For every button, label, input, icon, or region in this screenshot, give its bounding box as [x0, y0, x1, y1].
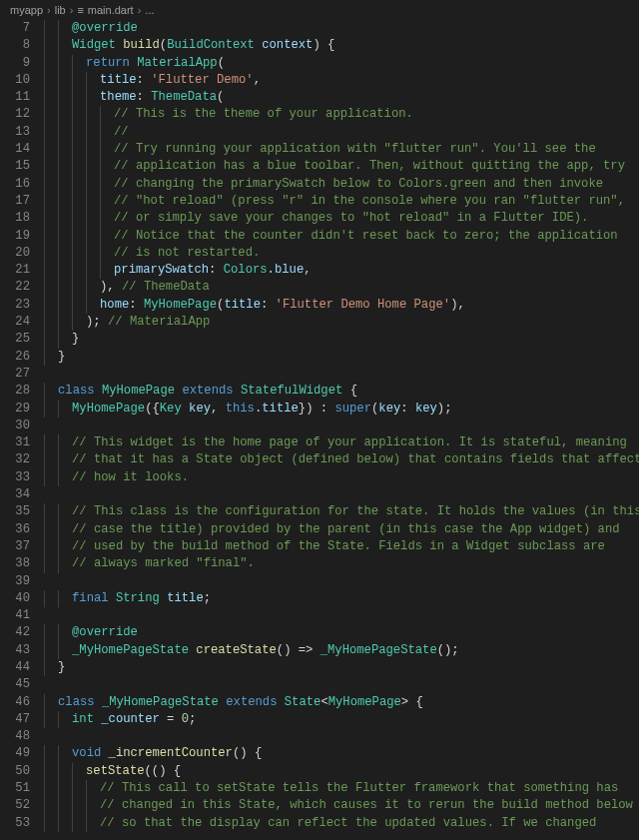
dart-file-icon: ≡: [77, 3, 83, 18]
code-line[interactable]: _MyHomePageState createState() => _MyHom…: [44, 642, 639, 659]
token-comm: // Try running your application with "fl…: [114, 142, 596, 156]
code-line[interactable]: // case the title) provided by the paren…: [44, 521, 639, 538]
token-comm: // This call to setState tells the Flutt…: [100, 781, 618, 795]
token-punct: :: [137, 90, 152, 104]
code-line[interactable]: // Notice that the counter didn't reset …: [44, 228, 639, 245]
code-line[interactable]: class _MyHomePageState extends State<MyH…: [44, 694, 639, 711]
token-type: MaterialApp: [137, 56, 217, 70]
code-line[interactable]: Widget build(BuildContext context) {: [44, 37, 639, 54]
token-punct: );: [86, 315, 108, 329]
code-line[interactable]: home: MyHomePage(title: 'Flutter Demo Ho…: [44, 297, 639, 314]
code-line[interactable]: // This is the theme of your application…: [44, 106, 639, 123]
line-number: 39: [0, 573, 30, 590]
code-editor[interactable]: 7891011121314151617181920212223242526272…: [0, 20, 639, 840]
token-punct: ),: [450, 298, 465, 312]
line-number: 26: [0, 349, 30, 366]
token-punct: }) :: [299, 402, 335, 416]
code-line[interactable]: setState(() {: [44, 763, 639, 780]
code-line[interactable]: // This call to setState tells the Flutt…: [44, 780, 639, 797]
breadcrumb-item[interactable]: lib: [55, 3, 66, 18]
code-line[interactable]: // always marked "final".: [44, 555, 639, 572]
code-line[interactable]: // so that the display can reflect the u…: [44, 815, 639, 832]
line-number: 25: [0, 331, 30, 348]
line-number: 30: [0, 418, 30, 434]
code-line[interactable]: [44, 573, 639, 590]
code-line[interactable]: // This widget is the home page of your …: [44, 434, 639, 451]
line-number: 38: [0, 555, 30, 572]
token-str: 'Flutter Demo Home Page': [276, 298, 451, 312]
token-fn: setState: [86, 764, 145, 778]
breadcrumb-item[interactable]: main.dart: [88, 3, 134, 18]
breadcrumb-item[interactable]: ...: [145, 3, 154, 18]
line-number: 34: [0, 486, 30, 503]
token-punct: (: [218, 56, 225, 70]
line-number: 37: [0, 538, 30, 555]
code-line[interactable]: [44, 418, 639, 434]
code-line[interactable]: // This class is the configuration for t…: [44, 503, 639, 520]
code-line[interactable]: // used by the build method of the State…: [44, 538, 639, 555]
token-comm: // case the title) provided by the paren…: [72, 522, 620, 536]
token-type: _MyHomePageState: [102, 695, 219, 709]
code-line[interactable]: // that it has a State object (defined b…: [44, 451, 639, 468]
code-line[interactable]: title: 'Flutter Demo',: [44, 72, 639, 89]
token-param: home: [100, 298, 129, 312]
code-line[interactable]: [44, 486, 639, 503]
token-comm: // application has a blue toolbar. Then,…: [114, 159, 625, 173]
token-punct: :: [209, 263, 224, 277]
line-number: 42: [0, 624, 30, 641]
code-line[interactable]: // Try running your application with "fl…: [44, 141, 639, 158]
line-number: 41: [0, 607, 30, 624]
code-line[interactable]: }: [44, 659, 639, 676]
code-line[interactable]: [44, 676, 639, 693]
token-kw: class: [58, 384, 95, 398]
code-line[interactable]: // changing the primarySwatch below to C…: [44, 176, 639, 193]
line-number: 15: [0, 158, 30, 175]
code-line[interactable]: final String title;: [44, 590, 639, 607]
line-number: 19: [0, 228, 30, 245]
code-line[interactable]: // or simply save your changes to "hot r…: [44, 210, 639, 227]
code-line[interactable]: [44, 728, 639, 745]
code-line[interactable]: [44, 607, 639, 624]
token-param: title: [224, 298, 261, 312]
code-line[interactable]: [44, 366, 639, 383]
token-kw: this: [226, 402, 255, 416]
token-punct: [101, 746, 108, 760]
token-type: int: [72, 712, 94, 726]
code-line[interactable]: ), // ThemeData: [44, 279, 639, 296]
code-line[interactable]: theme: ThemeData(: [44, 89, 639, 106]
code-line[interactable]: @override: [44, 624, 639, 641]
code-area[interactable]: @overrideWidget build(BuildContext conte…: [44, 20, 639, 840]
code-line[interactable]: //: [44, 124, 639, 141]
breadcrumb[interactable]: myapp › lib › ≡ main.dart › ...: [0, 0, 639, 20]
token-punct: () =>: [277, 643, 320, 657]
token-punct: .: [268, 263, 275, 277]
code-line[interactable]: ); // MaterialApp: [44, 314, 639, 331]
code-line[interactable]: primarySwatch: Colors.blue,: [44, 262, 639, 279]
breadcrumb-item[interactable]: myapp: [10, 3, 43, 18]
token-fn: _incrementCounter: [109, 746, 233, 760]
code-line[interactable]: // changed in this State, which causes i…: [44, 797, 639, 814]
token-punct: }: [58, 350, 65, 364]
token-punct: =: [160, 712, 182, 726]
code-line[interactable]: MyHomePage({Key key, this.title}) : supe…: [44, 401, 639, 418]
code-line[interactable]: }: [44, 349, 639, 366]
line-number: 43: [0, 642, 30, 659]
code-line[interactable]: // application has a blue toolbar. Then,…: [44, 158, 639, 175]
token-type: String: [116, 591, 160, 605]
line-number: 14: [0, 141, 30, 158]
token-kw: class: [58, 695, 95, 709]
code-line[interactable]: // how it looks.: [44, 469, 639, 486]
code-line[interactable]: int _counter = 0;: [44, 711, 639, 728]
code-line[interactable]: @override: [44, 20, 639, 37]
token-kw: void: [72, 746, 101, 760]
code-line[interactable]: // is not restarted.: [44, 245, 639, 262]
token-type: Colors: [224, 263, 268, 277]
code-line[interactable]: void _incrementCounter() {: [44, 745, 639, 762]
code-line[interactable]: }: [44, 331, 639, 348]
token-param: context: [262, 38, 313, 52]
token-type: BuildContext: [167, 38, 255, 52]
token-const: blue: [275, 263, 304, 277]
code-line[interactable]: return MaterialApp(: [44, 55, 639, 72]
code-line[interactable]: // "hot reload" (press "r" in the consol…: [44, 193, 639, 210]
code-line[interactable]: class MyHomePage extends StatefulWidget …: [44, 383, 639, 400]
